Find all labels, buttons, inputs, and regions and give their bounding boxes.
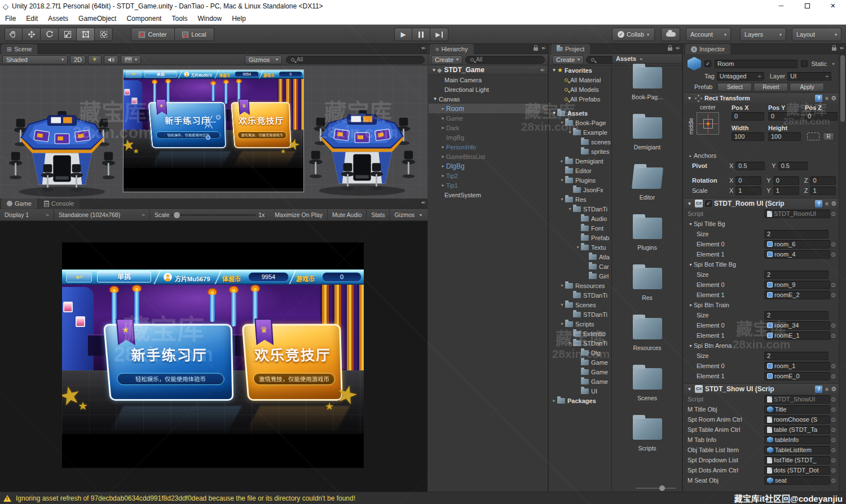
sprite-object-field[interactable]: room_34	[764, 321, 830, 330]
gear-icon[interactable]: ⚙	[831, 386, 836, 393]
menu-assets[interactable]: Assets	[43, 12, 73, 25]
asset-folder[interactable]: Resources	[613, 315, 682, 365]
object-field[interactable]: listTitle (STDT_	[764, 456, 830, 465]
array-foldout[interactable]: Spi Btn Train	[694, 302, 729, 308]
array-foldout[interactable]: Spi Bot Title Bg	[694, 261, 736, 268]
play-button[interactable]: ▶	[394, 28, 412, 41]
scene-header-row[interactable]: ▼ ◆ STDT_Game ▾≡	[429, 65, 548, 75]
project-tree-item[interactable]: scenes	[550, 137, 611, 147]
object-picker-icon[interactable]: ⊙	[830, 373, 836, 379]
project-tree-item[interactable]: Extentio	[550, 329, 611, 338]
scale-y-field[interactable]: 1	[773, 187, 799, 195]
object-picker-icon[interactable]: ⊙	[830, 363, 836, 369]
arena-hall-button[interactable]: ♛ 欢乐竞技厅 激情竞技，仅能使用游戏币	[231, 102, 291, 148]
asset-folder[interactable]: Res	[613, 264, 682, 315]
object-field[interactable]: tableInfo	[764, 436, 830, 444]
table-machine-model-left[interactable]	[7, 82, 117, 198]
rect-tool-button[interactable]	[77, 28, 95, 41]
shading-mode-dropdown[interactable]: Shaded ▾	[2, 55, 68, 64]
maximize-button[interactable]	[794, 0, 820, 12]
project-tree-item[interactable]: UI	[550, 386, 611, 396]
object-picker-icon[interactable]: ⊙	[830, 437, 836, 443]
audio-toggle[interactable]	[104, 55, 118, 64]
object-picker-icon[interactable]: ⊙	[830, 457, 836, 463]
project-tree-item[interactable]: All Prefabs	[550, 94, 611, 104]
maximize-on-play-toggle[interactable]: Maximize On Play	[270, 209, 328, 221]
height-field[interactable]: 100	[768, 132, 801, 141]
layer-dropdown[interactable]: UI÷	[787, 72, 831, 81]
project-tree-item[interactable]: STDanTi	[550, 310, 611, 319]
lighting-toggle[interactable]: ☀	[88, 55, 102, 64]
project-tree-item[interactable]: Editor	[550, 166, 611, 175]
scene-gizmos-dropdown[interactable]: Gizmos ▾	[245, 55, 282, 64]
object-picker-icon[interactable]: ⊙	[830, 333, 836, 339]
sprite-object-field[interactable]: room_4	[764, 250, 830, 259]
rotation-y-field[interactable]: 0	[773, 176, 799, 185]
project-tree-item[interactable]: Font	[550, 223, 611, 233]
step-button[interactable]: ▶	[430, 28, 448, 41]
hierarchy-item[interactable]: Main Camera	[429, 75, 548, 85]
hierarchy-item[interactable]: ▼Canvas	[429, 94, 548, 104]
rect-handle[interactable]	[216, 115, 221, 120]
project-tree-item[interactable]: ▾Book-Page	[550, 118, 611, 127]
layout-dropdown[interactable]: Layout▾	[792, 28, 841, 41]
asset-folder[interactable]: Editor	[613, 164, 682, 214]
asset-folder[interactable]: Demigiant	[613, 114, 682, 164]
scene-viewport[interactable]: ↩ 单挑 方片Mu5679 体验币 9954 游戏币 0	[0, 65, 428, 198]
pos-x-field[interactable]: 0	[732, 112, 764, 121]
active-checkbox[interactable]: ✓	[704, 60, 711, 67]
layers-dropdown[interactable]: Layers▾	[740, 28, 786, 41]
scale-control[interactable]: Scale 1x	[150, 209, 271, 221]
sprite-object-field[interactable]: roomE_0	[764, 372, 830, 381]
lock-icon[interactable]	[534, 47, 538, 51]
project-tree-item[interactable]: Dlg	[550, 348, 611, 357]
menu-gameobject[interactable]: GameObject	[73, 12, 121, 25]
hierarchy-item[interactable]: EventSystem	[429, 190, 548, 200]
object-picker-icon[interactable]: ⊙	[830, 322, 836, 329]
scale-x-field[interactable]: 1	[735, 187, 761, 195]
hierarchy-tab-menu-icon[interactable]: ▾≡	[541, 46, 545, 51]
array-size-field[interactable]: 2	[764, 311, 829, 320]
rect-handle[interactable]	[206, 122, 210, 126]
project-tree-item[interactable]: All Material	[550, 75, 611, 85]
mode-button[interactable]: 单挑	[97, 271, 151, 282]
project-tree-item[interactable]: Audio	[550, 214, 611, 223]
project-tree-item[interactable]: Game	[550, 367, 611, 377]
menu-component[interactable]: Component	[121, 12, 166, 25]
hierarchy-item[interactable]: ▸Tip1	[429, 180, 548, 190]
object-field[interactable]: TableListItem	[764, 446, 830, 454]
static-dropdown-icon[interactable]: ▾	[830, 61, 836, 67]
thumbnail-size-slider[interactable]	[636, 488, 676, 489]
hierarchy-item[interactable]: ▸Dark	[429, 123, 548, 132]
menu-tools[interactable]: Tools	[166, 12, 192, 25]
cloud-button[interactable]	[661, 28, 680, 41]
project-tree-item[interactable]: ▾STDanTi	[550, 338, 611, 348]
transform-tool-button[interactable]	[95, 28, 113, 41]
presets-icon[interactable]: ≡	[825, 95, 828, 101]
object-picker-icon[interactable]: ⊙	[830, 427, 836, 433]
pivot-y-field[interactable]: 0.5	[778, 162, 808, 170]
hierarchy-search-input[interactable]: All	[465, 56, 545, 64]
inspector-scrollbar[interactable]	[839, 54, 846, 492]
2d-toggle[interactable]: 2D	[70, 55, 86, 64]
room-ui-component-header[interactable]: ▼ C# ✓ STDT_Room UI (Scrip ? ≡ ⚙	[684, 198, 839, 209]
show-ui-component-header[interactable]: ▼ C# STDT_Show UI (Scrip ? ≡ ⚙	[684, 383, 839, 394]
object-picker-icon[interactable]: ⊙	[830, 211, 836, 217]
arena-hall-button[interactable]: ♛ 欢乐竞技厅 激情竞技，仅能使用游戏币	[241, 324, 342, 400]
effects-dropdown[interactable]: ▾	[121, 55, 141, 64]
scene-tab-menu-icon[interactable]: ▾≡	[421, 46, 425, 51]
project-tree-item[interactable]: ▾Scripts	[550, 319, 611, 329]
menu-edit[interactable]: Edit	[21, 12, 43, 25]
project-tree-item[interactable]: Game	[550, 377, 611, 386]
object-picker-icon[interactable]: ⊙	[830, 478, 836, 484]
project-tree-item[interactable]: sprites	[550, 147, 611, 156]
hierarchy-item[interactable]: ▸Tip2	[429, 171, 548, 180]
prefab-revert-button[interactable]: Revert	[754, 83, 788, 91]
prefab-apply-button[interactable]: Apply	[790, 83, 824, 91]
project-tree-item[interactable]: STDanTi	[550, 290, 611, 300]
anchors-foldout[interactable]: Anchors	[694, 152, 716, 159]
pos-y-field[interactable]: 0	[768, 112, 801, 121]
width-field[interactable]: 100	[732, 132, 764, 141]
asset-folder[interactable]: Book-Pag...	[613, 64, 682, 114]
pivot-center-button[interactable]: Center	[131, 28, 175, 41]
